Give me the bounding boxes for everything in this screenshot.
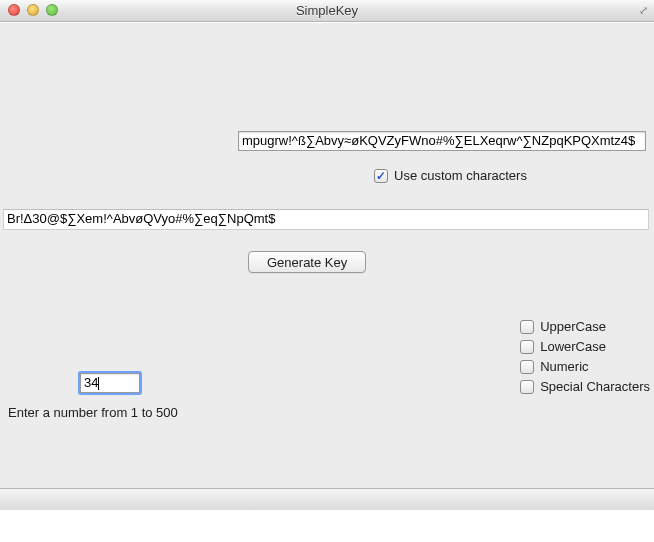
character-options: UpperCase LowerCase Numeric Special Char… — [520, 319, 650, 394]
uppercase-label: UpperCase — [540, 319, 606, 334]
length-hint: Enter a number from 1 to 500 — [8, 405, 178, 420]
checkbox-icon — [520, 320, 534, 334]
uppercase-checkbox[interactable]: UpperCase — [520, 319, 650, 334]
checkbox-icon — [520, 340, 534, 354]
minimize-icon[interactable] — [27, 4, 39, 16]
checkbox-icon — [374, 169, 388, 183]
text-caret-icon — [98, 377, 99, 390]
close-icon[interactable] — [8, 4, 20, 16]
generate-key-button[interactable]: Generate Key — [248, 251, 366, 273]
titlebar: SimpleKey ⤢ — [0, 0, 654, 22]
length-input-value: 34 — [84, 375, 98, 390]
custom-characters-input[interactable]: mpugrw!^ß∑Abvy≈øKQVZyFWno#%∑ELXeqrw^∑NZp… — [238, 131, 646, 151]
checkbox-icon — [520, 360, 534, 374]
numeric-checkbox[interactable]: Numeric — [520, 359, 650, 374]
special-characters-label: Special Characters — [540, 379, 650, 394]
resize-icon[interactable]: ⤢ — [639, 4, 648, 17]
generated-key-output[interactable]: Br!Δ30@$∑Xem!^AbvøQVyo#%∑eq∑NpQmt$ — [3, 209, 649, 230]
lowercase-checkbox[interactable]: LowerCase — [520, 339, 650, 354]
content-area: mpugrw!^ß∑Abvy≈øKQVZyFWno#%∑ELXeqrw^∑NZp… — [0, 22, 654, 510]
use-custom-characters-checkbox[interactable]: Use custom characters — [374, 168, 527, 183]
checkbox-icon — [520, 380, 534, 394]
lowercase-label: LowerCase — [540, 339, 606, 354]
status-bar — [0, 488, 654, 510]
use-custom-characters-label: Use custom characters — [394, 168, 527, 183]
special-characters-checkbox[interactable]: Special Characters — [520, 379, 650, 394]
length-input[interactable]: 34 — [80, 373, 140, 393]
window-title: SimpleKey — [296, 3, 358, 18]
zoom-icon[interactable] — [46, 4, 58, 16]
numeric-label: Numeric — [540, 359, 588, 374]
generate-key-button-label: Generate Key — [267, 255, 347, 270]
window-controls — [8, 4, 58, 16]
